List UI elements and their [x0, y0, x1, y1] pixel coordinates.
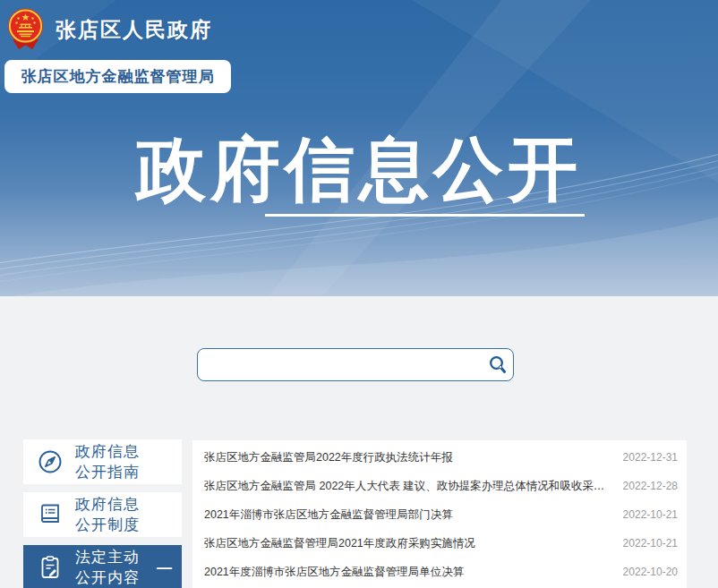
search-bar: [197, 348, 514, 381]
gov-name-link[interactable]: 张店区人民政府: [56, 16, 212, 44]
compass-icon: [37, 448, 64, 475]
sidebar-item-label: 法定主动 公开内容: [75, 547, 140, 588]
china-national-emblem-icon: [7, 7, 44, 52]
article-link[interactable]: 张店区地方金融监督管理局2021年度政府采购实施情况: [204, 536, 612, 551]
department-button[interactable]: 张店区地方金融监督管理局: [4, 60, 231, 93]
hero-banner: 张店区人民政府 张店区地方金融监督管理局 政府信息公开: [0, 0, 718, 296]
article-date: 2022-10-21: [623, 508, 678, 521]
article-date: 2022-12-31: [623, 451, 678, 464]
document-list-icon: [37, 501, 64, 528]
clipboard-pen-icon: [37, 554, 64, 581]
search-button[interactable]: [483, 349, 513, 380]
article-link[interactable]: 2021年淄博市张店区地方金融监督管理局部门决算: [204, 507, 612, 523]
title-underline: [265, 214, 585, 217]
article-link[interactable]: 张店区地方金融监管局2022年度行政执法统计年报: [204, 450, 612, 465]
list-item: 2021年淄博市张店区地方金融监督管理局部门决算 2022-10-21: [192, 500, 687, 529]
search-input[interactable]: [198, 349, 483, 380]
sidebar: 政府信息 公开指南 政府信息 公开制度 法定主动 公开内容: [23, 439, 182, 588]
article-date: 2022-10-20: [623, 566, 678, 578]
article-date: 2022-12-28: [623, 480, 678, 492]
list-item: 张店区地方金融监督管理局2021年度政府采购实施情况 2022-10-21: [192, 529, 687, 558]
site-brand: 张店区人民政府: [7, 7, 212, 52]
sidebar-item-disclosure-guide[interactable]: 政府信息 公开指南: [23, 439, 182, 484]
list-item: 张店区地方金融监管局 2022年人大代表 建议、政协提案办理总体情况和吸收采纳情…: [192, 472, 687, 500]
sidebar-item-label: 政府信息 公开指南: [75, 441, 140, 482]
sidebar-item-disclosure-system[interactable]: 政府信息 公开制度: [23, 492, 182, 537]
collapse-minus-icon[interactable]: —: [157, 560, 172, 575]
article-date: 2022-10-21: [623, 537, 678, 550]
search-icon: [487, 354, 509, 376]
sidebar-item-statutory-disclosure[interactable]: 法定主动 公开内容 —: [23, 545, 182, 588]
article-link[interactable]: 2021年度淄博市张店区地方金融监督管理局单位决算: [204, 565, 612, 580]
list-item: 2021年度淄博市张店区地方金融监督管理局单位决算 2022-10-20: [192, 558, 687, 586]
list-item: 张店区地方金融监管局2022年度行政执法统计年报 2022-12-31: [192, 443, 687, 472]
article-link[interactable]: 张店区地方金融监管局 2022年人大代表 建议、政协提案办理总体情况和吸收采纳情…: [204, 479, 612, 494]
article-list-panel: 张店区地方金融监管局2022年度行政执法统计年报 2022-12-31 张店区地…: [192, 440, 687, 588]
page-title: 政府信息公开: [130, 134, 588, 204]
sidebar-item-label: 政府信息 公开制度: [75, 494, 140, 535]
